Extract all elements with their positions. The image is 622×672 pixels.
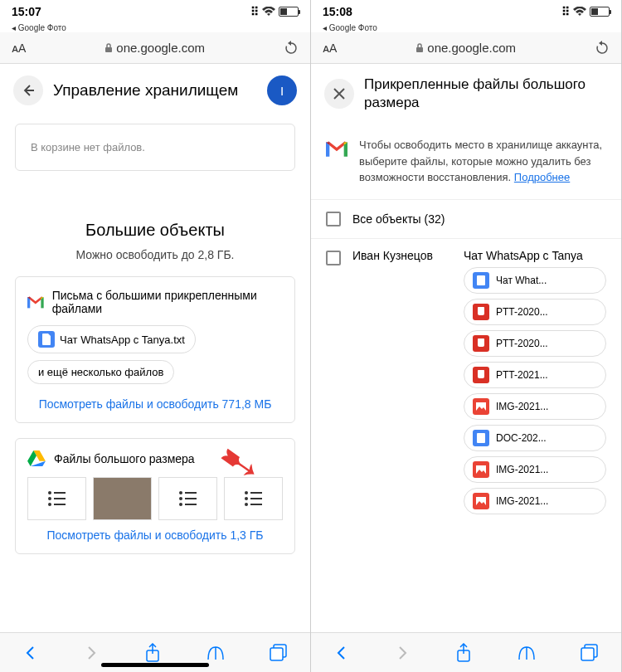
attachment-chip[interactable]: PTT-2021... xyxy=(464,362,606,388)
image-file-icon xyxy=(473,461,489,478)
back-button[interactable] xyxy=(13,75,43,105)
attachment-label: PTT-2020... xyxy=(496,306,548,318)
close-button[interactable] xyxy=(324,79,354,109)
attachment-label: Чат What... xyxy=(496,275,547,286)
reload-icon[interactable] xyxy=(284,41,299,56)
status-time: 15:08 xyxy=(323,5,352,18)
wifi-icon xyxy=(573,7,586,17)
bookmarks-icon[interactable] xyxy=(517,645,537,661)
drive-card-title: Файлы большого размера xyxy=(54,452,195,465)
doc-file-icon xyxy=(473,272,489,289)
back-to-app[interactable]: ◂ Google Фото xyxy=(0,23,310,32)
attachment-chip[interactable]: Чат What... xyxy=(464,267,606,294)
attachment-label: PTT-2021... xyxy=(496,369,548,381)
attachment-chip[interactable]: PTT-2020... xyxy=(464,330,606,357)
avatar[interactable]: I xyxy=(267,75,297,105)
url-display[interactable]: one.google.com xyxy=(415,41,516,55)
text-size-button[interactable]: ᴀA xyxy=(12,41,26,55)
wifi-icon xyxy=(262,7,275,17)
phone-left: 15:07 ⠿ ◂ Google Фото ᴀA one.google.com … xyxy=(0,0,311,672)
gmail-icon xyxy=(326,140,347,157)
safari-address-bar: ᴀA one.google.com xyxy=(311,32,621,64)
image-file-icon xyxy=(473,493,489,509)
page-title: Прикрепленные файлы большого размера xyxy=(364,75,608,112)
gmail-card[interactable]: Письма с большими прикрепленными файлами… xyxy=(15,276,295,423)
share-icon[interactable] xyxy=(144,643,161,663)
checkbox[interactable] xyxy=(326,212,341,226)
select-all-row[interactable]: Все объекты (32) xyxy=(311,199,621,238)
attachment-label: PTT-2020... xyxy=(496,338,548,349)
file-thumb[interactable] xyxy=(93,477,152,520)
file-chip[interactable]: Чат WhatsApp с Tanya.txt xyxy=(27,325,196,353)
status-bar: 15:08 ⠿ xyxy=(311,0,621,23)
battery-icon xyxy=(590,7,610,17)
chip-label: и ещё несколько файлов xyxy=(38,366,163,378)
share-icon[interactable] xyxy=(455,643,472,663)
checkbox[interactable] xyxy=(326,251,341,265)
url-text: one.google.com xyxy=(116,41,205,55)
nav-back-icon[interactable] xyxy=(333,645,350,661)
svg-rect-6 xyxy=(416,47,423,52)
attachment-chip[interactable]: DOC-202... xyxy=(464,425,606,451)
battery-icon xyxy=(279,7,299,17)
lock-icon xyxy=(104,43,113,53)
safari-address-bar: ᴀA one.google.com xyxy=(0,32,310,64)
drive-icon xyxy=(27,450,46,467)
image-file-icon xyxy=(473,398,489,415)
file-thumb[interactable] xyxy=(224,477,283,520)
large-items-heading: Большие объекты xyxy=(0,221,310,240)
file-thumb[interactable] xyxy=(27,477,86,520)
status-bar: 15:07 ⠿ xyxy=(0,0,310,23)
tabs-icon[interactable] xyxy=(270,644,288,662)
attachment-label: IMG-2021... xyxy=(496,464,548,475)
back-to-app[interactable]: ◂ Google Фото xyxy=(311,23,621,32)
attachment-chip[interactable]: IMG-2021... xyxy=(464,488,606,514)
drive-card[interactable]: Файлы большого размера Посмотреть файлы … xyxy=(15,438,295,554)
chat-title: Чат WhatsApp с Tanya xyxy=(464,249,606,262)
svg-rect-16 xyxy=(581,648,594,660)
home-indicator[interactable] xyxy=(101,663,209,667)
page-header: Прикрепленные файлы большого размера xyxy=(311,64,621,124)
file-thumb[interactable] xyxy=(158,477,217,520)
large-items-subtitle: Можно освободить до 2,8 ГБ. xyxy=(0,248,310,261)
text-size-button[interactable]: ᴀA xyxy=(323,41,337,55)
bookmarks-icon[interactable] xyxy=(206,645,226,661)
learn-more-link[interactable]: Подробнее xyxy=(514,171,570,183)
tabs-icon[interactable] xyxy=(581,644,599,662)
lock-icon xyxy=(415,43,424,53)
nav-forward-icon xyxy=(394,645,411,661)
audio-file-icon xyxy=(473,367,489,383)
drive-card-header: Файлы большого размера xyxy=(27,450,283,467)
url-display[interactable]: one.google.com xyxy=(104,41,205,55)
trash-empty-card: В корзине нет файлов. xyxy=(15,124,295,171)
more-files-chip[interactable]: и ещё несколько файлов xyxy=(27,360,174,384)
status-indicators: ⠿ xyxy=(250,5,299,18)
view-files-link[interactable]: Посмотреть файлы и освободить 1,3 ГБ xyxy=(27,528,283,542)
attachment-chip[interactable]: PTT-2020... xyxy=(464,299,606,325)
attachment-chip[interactable]: IMG-2021... xyxy=(464,393,606,420)
page-title: Управление хранилищем xyxy=(53,81,257,100)
gmail-card-title: Письма с большими прикрепленными файлами xyxy=(52,289,283,315)
safari-toolbar xyxy=(311,632,621,672)
close-icon xyxy=(333,87,346,100)
url-text: one.google.com xyxy=(427,41,516,55)
nav-back-icon[interactable] xyxy=(22,645,39,661)
email-item-row[interactable]: Иван Кузнецов Чат WhatsApp с Tanya Чат W… xyxy=(311,238,621,524)
cell-icon: ⠿ xyxy=(250,5,259,18)
page-content: Прикрепленные файлы большого размера Что… xyxy=(311,64,621,632)
file-thumbnails xyxy=(27,477,283,520)
attachment-chip[interactable]: IMG-2021... xyxy=(464,456,606,483)
arrow-left-icon xyxy=(21,83,36,98)
nav-forward-icon xyxy=(83,645,100,661)
svg-rect-11 xyxy=(477,433,485,443)
attachment-label: DOC-202... xyxy=(496,432,547,444)
svg-rect-0 xyxy=(105,47,112,52)
attachment-label: IMG-2021... xyxy=(496,495,548,507)
gmail-card-header: Письма с большими прикрепленными файлами xyxy=(27,289,283,315)
sender-name: Иван Кузнецов xyxy=(352,249,452,262)
status-time: 15:07 xyxy=(12,5,41,18)
view-files-link[interactable]: Посмотреть файлы и освободить 771,8 МБ xyxy=(27,397,283,411)
doc-file-icon xyxy=(473,430,489,446)
svg-rect-9 xyxy=(477,275,485,285)
reload-icon[interactable] xyxy=(595,41,610,56)
